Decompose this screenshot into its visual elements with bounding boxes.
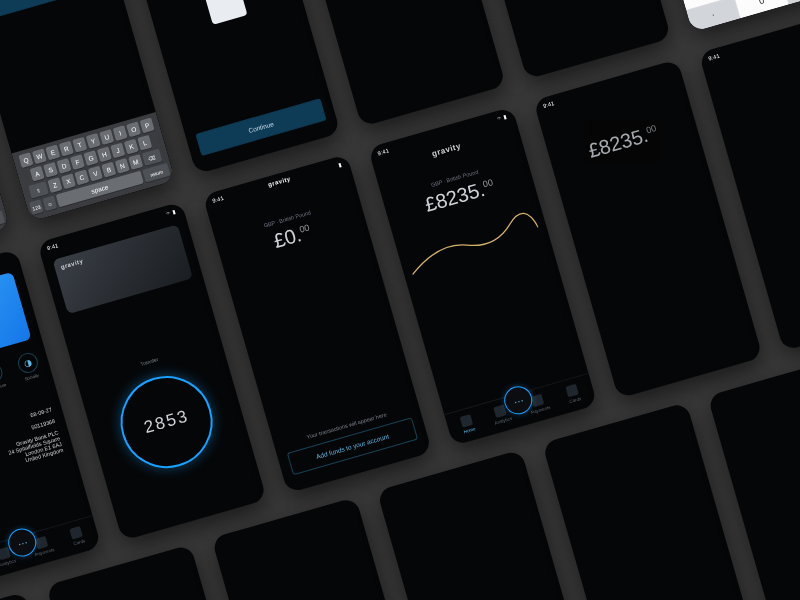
key-l[interactable]: L — [137, 135, 152, 151]
screen-password: gravity And your password? Minimum of 8 … — [0, 0, 175, 222]
key-z[interactable]: Z — [47, 177, 62, 193]
key-i[interactable]: I — [113, 125, 128, 141]
numkey-0[interactable]: 0 — [735, 0, 788, 18]
key-return[interactable]: return — [0, 210, 5, 230]
key-c[interactable]: C — [74, 170, 89, 186]
key-f[interactable]: F — [70, 154, 85, 170]
nav-home[interactable]: Home — [460, 414, 477, 435]
key-h[interactable]: H — [97, 146, 112, 162]
key-t[interactable]: T — [72, 137, 87, 153]
nav-cards[interactable]: Cards — [565, 383, 582, 404]
counter-label: Transfer — [139, 356, 158, 367]
key-s[interactable]: S — [43, 162, 58, 178]
key-m[interactable]: M — [128, 154, 143, 170]
key-u[interactable]: U — [99, 129, 114, 145]
key-p[interactable]: P — [140, 118, 155, 134]
counter-ring: 2853 — [110, 365, 224, 479]
key-q[interactable]: Q — [18, 152, 33, 168]
numpad[interactable]: 12ABC3DEF4GHI5JKL6MNO7PQRS8TUV9WXYZ·0⌫ — [667, 0, 800, 32]
key-k[interactable]: K — [124, 139, 139, 155]
key-n[interactable]: N — [115, 158, 130, 174]
key-v[interactable]: V — [88, 166, 103, 182]
key-x[interactable]: X — [61, 173, 76, 189]
key-a[interactable]: A — [30, 166, 45, 182]
key-b[interactable]: B — [101, 162, 116, 178]
key-e[interactable]: E — [45, 145, 60, 161]
key-o[interactable]: O — [126, 121, 141, 137]
card-action-socially[interactable]: ◑Socially — [12, 350, 44, 383]
key-j[interactable]: J — [110, 143, 125, 159]
card-action-3d-secure[interactable]: ⚙3D Secure — [0, 360, 10, 393]
key-w[interactable]: W — [32, 148, 47, 164]
key-r[interactable]: R — [59, 141, 74, 157]
key-g[interactable]: G — [83, 150, 98, 166]
key-d[interactable]: D — [56, 158, 71, 174]
nav-cards[interactable]: Cards — [69, 526, 86, 547]
key-y[interactable]: Y — [86, 133, 101, 149]
